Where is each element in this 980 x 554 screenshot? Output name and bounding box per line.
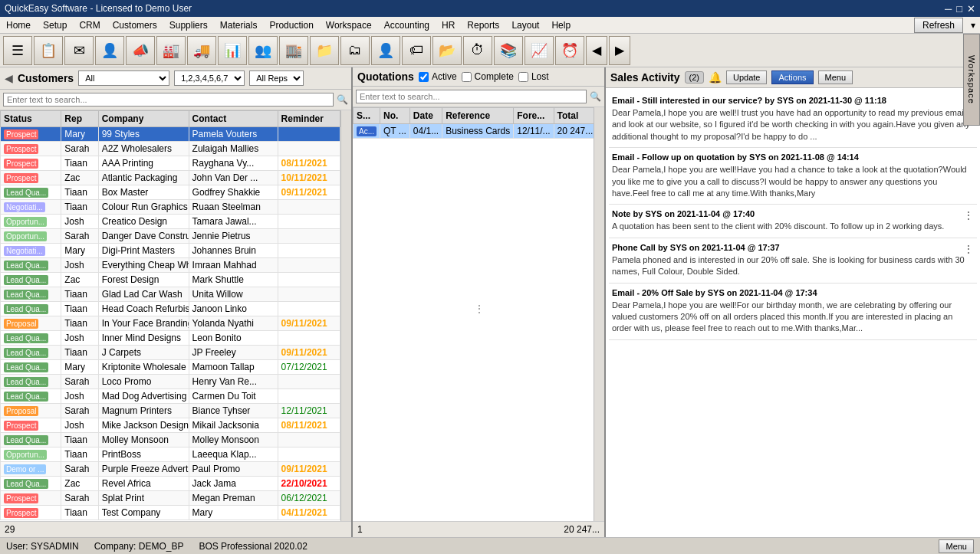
col-q-status[interactable]: S... <box>354 108 380 124</box>
menu-production[interactable]: Production <box>263 18 319 32</box>
customer-row[interactable]: Demo or ... Sarah Purple Freeze Advertis… <box>1 462 340 477</box>
customer-row[interactable]: Opportun... Josh Creatico Design Tamara … <box>1 215 340 229</box>
customer-row[interactable]: Lead Qua... Josh Mad Dog Advertising Car… <box>1 389 340 404</box>
toolbar-person[interactable]: 👤 <box>371 36 400 65</box>
menu-layout[interactable]: Layout <box>505 18 545 32</box>
bell-icon[interactable]: 🔔 <box>709 71 722 84</box>
complete-checkbox[interactable] <box>462 72 472 82</box>
menu-button[interactable]: Menu <box>818 70 853 84</box>
status-menu-button[interactable]: Menu <box>939 539 974 553</box>
minimize-button[interactable]: ─ <box>945 3 952 15</box>
customer-row[interactable]: Opportun... Tiaan PrintBoss Laeequa Klap… <box>1 447 340 462</box>
refresh-button[interactable]: Refresh <box>914 18 963 33</box>
customer-row[interactable]: Lead Qua... Tiaan Molley Monsoon Molley … <box>1 433 340 447</box>
menu-customers[interactable]: Customers <box>107 18 163 32</box>
toolbar-tag[interactable]: 🏷 <box>402 36 431 65</box>
quotations-search-icon[interactable]: 🔍 <box>590 91 601 102</box>
customer-row[interactable]: Proposal Tiaan In Your Face Branding Yol… <box>1 316 340 331</box>
quotations-scrollbar[interactable] <box>594 107 604 521</box>
toolbar-contacts[interactable]: 👤 <box>95 36 124 65</box>
toolbar-forward[interactable]: ▶ <box>609 36 630 65</box>
toolbar-filing[interactable]: 🗂 <box>340 36 370 65</box>
customer-row[interactable]: Lead Qua... Sarah Loco Promo Henry Van R… <box>1 375 340 389</box>
customer-row[interactable]: Proposal Sarah Magnum Printers Biance Ty… <box>1 404 340 418</box>
customers-back-arrow[interactable]: ◀ <box>5 72 13 84</box>
customer-row[interactable]: Lead Qua... Tiaan Head Coach Refurbishme… <box>1 302 340 316</box>
toolbar-store[interactable]: 🏬 <box>279 36 308 65</box>
toolbar-reports[interactable]: 📊 <box>218 36 247 65</box>
workspace-tab[interactable]: Workspace <box>963 34 980 126</box>
customer-row[interactable]: Prospect Mary 99 Styles Pamela Vouters <box>1 127 340 142</box>
update-button[interactable]: Update <box>726 70 767 84</box>
customer-row[interactable]: Negotiati... Mary Digi-Print Masters Joh… <box>1 244 340 258</box>
col-status[interactable]: Status <box>1 111 61 127</box>
all-reps-filter[interactable]: All Reps MarySarahTiaan JoshZac <box>249 70 304 86</box>
col-contact[interactable]: Contact <box>189 111 278 127</box>
toolbar-email[interactable]: ✉ <box>64 36 94 65</box>
col-q-no[interactable]: No. <box>380 108 410 124</box>
customer-row[interactable]: Lead Qua... Tiaan Glad Lad Car Wash Unit… <box>1 287 340 302</box>
toolbar-delivery[interactable]: 🚚 <box>187 36 216 65</box>
toolbar-timer[interactable]: ⏱ <box>463 36 492 65</box>
col-q-reference[interactable]: Reference <box>442 108 514 124</box>
customers-search-icon[interactable]: 🔍 <box>337 94 348 105</box>
toolbar-back[interactable]: ◀ <box>586 36 607 65</box>
customer-row[interactable]: Lead Qua... Zac Forest Design Mark Shutt… <box>1 273 340 287</box>
activity-4-more[interactable]: ⋮ <box>963 243 974 255</box>
menu-accounting[interactable]: Accounting <box>378 18 436 32</box>
activity-3-more[interactable]: ⋮ <box>963 209 974 221</box>
refresh-dropdown[interactable]: ▾ <box>966 18 980 32</box>
customer-row[interactable]: Opportun... Sarah Danger Dave Constructi… <box>1 229 340 244</box>
toolbar-folder[interactable]: 📁 <box>310 36 339 65</box>
actions-button[interactable]: Actions <box>771 70 813 84</box>
close-button[interactable]: ✕ <box>967 3 975 15</box>
window-controls[interactable]: ─ □ ✕ <box>945 3 975 15</box>
menu-home[interactable]: Home <box>0 18 37 32</box>
col-q-total[interactable]: Total <box>554 108 594 124</box>
customer-row[interactable]: Prospect Tiaan Test Company Mary 04/11/2… <box>1 506 340 520</box>
customer-row[interactable]: Lead Qua... Tiaan Box Master Godfrey Sha… <box>1 185 340 200</box>
customer-row[interactable]: Prospect Zac Atlantic Packaging John Van… <box>1 171 340 185</box>
quotation-row[interactable]: Ac... QT ... 04/1... Business Cards 12/1… <box>354 124 594 139</box>
customer-row[interactable]: Prospect Josh Mike Jackson Design CC Mik… <box>1 418 340 433</box>
menu-workspace[interactable]: Workspace <box>320 18 378 32</box>
customer-row[interactable]: Lead Qua... Zac Revel Africa Jack Jama 2… <box>1 477 340 491</box>
maximize-button[interactable]: □ <box>956 3 962 15</box>
customer-row[interactable]: Prospect Tiaan AAA Printing Rayghana Vy.… <box>1 156 340 171</box>
customer-row[interactable]: Negotiati... Tiaan Colour Run Graphics R… <box>1 200 340 215</box>
menu-help[interactable]: Help <box>545 18 577 32</box>
col-q-fore[interactable]: Fore... <box>514 108 554 124</box>
active-checkbox[interactable] <box>419 72 429 82</box>
customers-search-input[interactable] <box>3 93 334 107</box>
menu-setup[interactable]: Setup <box>37 18 73 32</box>
col-rep[interactable]: Rep <box>61 111 98 127</box>
customer-row[interactable]: Lead Qua... Josh Inner Mind Designs Leon… <box>1 331 340 346</box>
toolbar-menu[interactable]: ☰ <box>3 36 32 65</box>
toolbar-clipboard[interactable]: 📋 <box>34 36 63 65</box>
toolbar-staff[interactable]: 👥 <box>248 36 278 65</box>
customer-row[interactable]: Prospect Sarah A2Z Wholesalers Zulaigah … <box>1 142 340 156</box>
toolbar-book[interactable]: 📚 <box>494 36 523 65</box>
customer-row[interactable]: Lead Qua... Tiaan J Carpets JP Freeley 0… <box>1 346 340 360</box>
toolbar-alarm[interactable]: ⏰ <box>555 36 584 65</box>
status-filter[interactable]: All Prospect Lead Qualification Negotiat… <box>78 70 169 86</box>
lost-checkbox[interactable] <box>518 72 528 82</box>
customers-scrollbar[interactable] <box>340 110 351 521</box>
customer-row[interactable]: Lead Qua... Mary Kriptonite Wholesale Su… <box>1 360 340 375</box>
menu-materials[interactable]: Materials <box>214 18 264 32</box>
quotations-search-input[interactable] <box>356 90 587 103</box>
rep-number-filter[interactable]: 1,2,3,4,5,6,7 123 <box>174 70 245 86</box>
col-reminder[interactable]: Reminder <box>278 111 340 127</box>
toolbar-chart[interactable]: 📈 <box>525 36 554 65</box>
toolbar-campaign[interactable]: 📣 <box>126 36 155 65</box>
toolbar-manufacturing[interactable]: 🏭 <box>156 36 186 65</box>
menu-hr[interactable]: HR <box>436 18 461 32</box>
customer-row[interactable]: Prospect Sarah Splat Print Megan Preman … <box>1 491 340 506</box>
customer-row[interactable]: Lead Qua... Josh Everything Cheap Whole.… <box>1 258 340 273</box>
col-q-date[interactable]: Date <box>409 108 442 124</box>
menu-reports[interactable]: Reports <box>461 18 505 32</box>
menu-crm[interactable]: CRM <box>73 18 106 32</box>
toolbar-archive[interactable]: 📂 <box>432 36 462 65</box>
quotations-more-options[interactable]: ⋮ <box>471 301 488 316</box>
col-company[interactable]: Company <box>98 111 189 127</box>
